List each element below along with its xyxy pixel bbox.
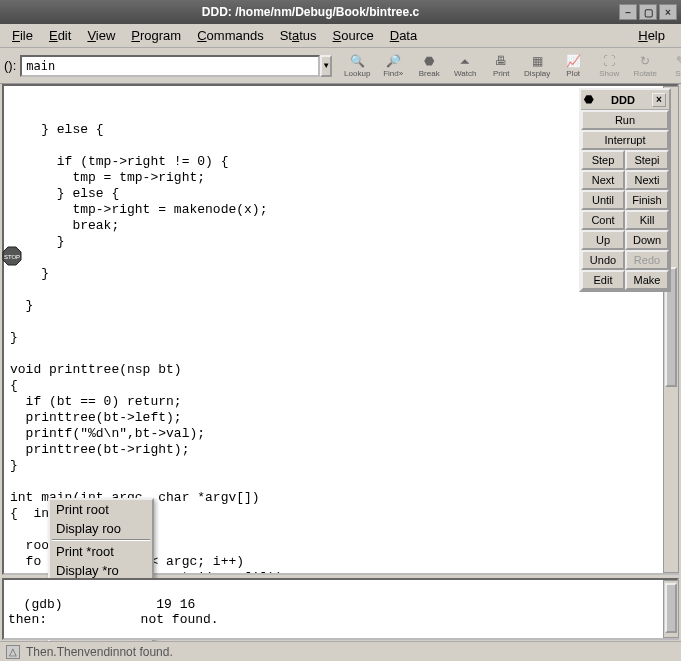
show-icon: ⛶ <box>600 53 618 69</box>
status-text: Then.Thenvendinnot found. <box>26 645 173 659</box>
menu-file[interactable]: File <box>6 26 39 45</box>
toolbar-watch-button[interactable]: ⏶Watch <box>448 50 482 82</box>
menu-view[interactable]: View <box>81 26 121 45</box>
toolbar-button-label: Rotate <box>633 69 657 78</box>
toolbar-button-label: Watch <box>454 69 476 78</box>
watch-icon: ⏶ <box>456 53 474 69</box>
toolbar-set-button: ✎Set <box>664 50 681 82</box>
cmd-step-button[interactable]: Step <box>581 150 625 170</box>
cmd-down-button[interactable]: Down <box>625 230 669 250</box>
context-menu-item[interactable]: Print *root <box>50 542 152 561</box>
cmd-finish-button[interactable]: Finish <box>625 190 669 210</box>
toolbar-button-label: Print <box>493 69 509 78</box>
window-minimize-button[interactable]: – <box>619 4 637 20</box>
cmd-next-button[interactable]: Next <box>581 170 625 190</box>
toolbar-break-button[interactable]: ⬣Break <box>412 50 446 82</box>
find-icon: 🔎 <box>384 53 402 69</box>
window-close-button[interactable]: × <box>659 4 677 20</box>
menu-source[interactable]: Source <box>327 26 380 45</box>
command-panel-title: DDD <box>611 94 635 106</box>
command-panel-close-button[interactable]: × <box>652 93 666 107</box>
toolbar-button-label: Set <box>675 69 681 78</box>
menu-status[interactable]: Status <box>274 26 323 45</box>
toolbar-button-label: Display <box>524 69 550 78</box>
cmd-stepi-button[interactable]: Stepi <box>625 150 669 170</box>
cmd-redo-button: Redo <box>625 250 669 270</box>
window-title: DDD: /home/nm/Debug/Book/bintree.c <box>202 5 419 19</box>
toolbar-lookup-button[interactable]: 🔍Lookup <box>340 50 374 82</box>
gdb-console[interactable]: (gdb) 19 16 then: not found. Breakp ert … <box>2 578 679 640</box>
window-titlebar: DDD: /home/nm/Debug/Book/bintree.c – ▢ × <box>0 0 681 24</box>
cmd-make-button[interactable]: Make <box>625 270 669 290</box>
display-icon: ▦ <box>528 53 546 69</box>
cmd-undo-button[interactable]: Undo <box>581 250 625 270</box>
bug-icon: ⬣ <box>584 93 594 106</box>
window-maximize-button[interactable]: ▢ <box>639 4 657 20</box>
arg-prefix: (): <box>4 58 16 73</box>
menu-commands[interactable]: Commands <box>191 26 269 45</box>
toolbar: (): ▼ 🔍Lookup🔎Find»⬣Break⏶Watch🖶Print▦Di… <box>0 48 681 84</box>
cmd-run-button[interactable]: Run <box>581 110 669 130</box>
cmd-interrupt-button[interactable]: Interrupt <box>581 130 669 150</box>
toolbar-show-button: ⛶Show <box>592 50 626 82</box>
warning-icon: △ <box>6 645 20 659</box>
cmd-cont-button[interactable]: Cont <box>581 210 625 230</box>
context-menu-item[interactable]: Display roo <box>50 519 152 538</box>
toolbar-print-button[interactable]: 🖶Print <box>484 50 518 82</box>
toolbar-plot-button[interactable]: 📈Plot <box>556 50 590 82</box>
set-icon: ✎ <box>672 53 681 69</box>
rotate-icon: ↻ <box>636 53 654 69</box>
command-panel: ⬣ DDD × RunInterruptStepStepiNextNextiUn… <box>579 88 671 292</box>
menu-edit[interactable]: Edit <box>43 26 77 45</box>
menu-data[interactable]: Data <box>384 26 423 45</box>
toolbar-button-label: Plot <box>566 69 580 78</box>
context-menu-item[interactable]: Print root <box>50 500 152 519</box>
toolbar-button-label: Lookup <box>344 69 370 78</box>
lookup-icon: 🔍 <box>348 53 366 69</box>
console-text[interactable]: (gdb) 19 16 then: not found. Breakp ert … <box>8 597 460 640</box>
break-icon: ⬣ <box>420 53 438 69</box>
toolbar-button-label: Show <box>599 69 619 78</box>
toolbar-find-button[interactable]: 🔎Find» <box>376 50 410 82</box>
toolbar-button-label: Find» <box>383 69 403 78</box>
print-icon: 🖶 <box>492 53 510 69</box>
toolbar-display-button[interactable]: ▦Display <box>520 50 554 82</box>
cmd-kill-button[interactable]: Kill <box>625 210 669 230</box>
toolbar-rotate-button: ↻Rotate <box>628 50 662 82</box>
cmd-until-button[interactable]: Until <box>581 190 625 210</box>
toolbar-button-label: Break <box>419 69 440 78</box>
stop-sign-icon: STOP <box>2 246 22 266</box>
menu-help[interactable]: Help <box>632 26 671 45</box>
argument-input[interactable] <box>20 55 320 77</box>
cmd-edit-button[interactable]: Edit <box>581 270 625 290</box>
cmd-nexti-button[interactable]: Nexti <box>625 170 669 190</box>
svg-text:STOP: STOP <box>4 254 20 260</box>
menubar: File Edit View Program Commands Status S… <box>0 24 681 48</box>
plot-icon: 📈 <box>564 53 582 69</box>
cmd-up-button[interactable]: Up <box>581 230 625 250</box>
console-scrollbar[interactable] <box>663 580 679 638</box>
statusbar: △ Then.Thenvendinnot found. <box>0 641 681 661</box>
context-menu-separator <box>52 539 150 541</box>
argument-dropdown-button[interactable]: ▼ <box>320 55 332 77</box>
menu-program[interactable]: Program <box>125 26 187 45</box>
